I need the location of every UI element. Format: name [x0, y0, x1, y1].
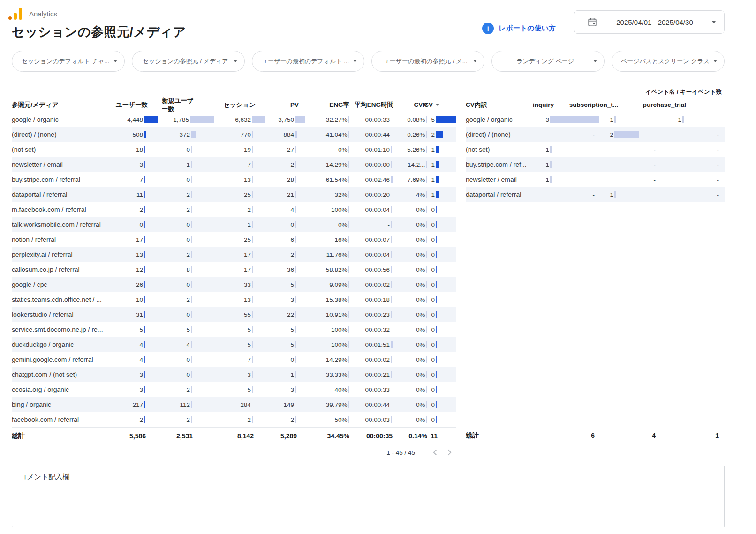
chevron-down-icon — [593, 60, 597, 62]
metric-bar-zone — [144, 176, 162, 183]
metric-cell: 112 — [162, 397, 214, 412]
metric-bar — [436, 191, 439, 198]
metric-value: 2 — [162, 386, 190, 393]
metric-value: 0 — [110, 221, 143, 228]
google-analytics-logo-icon — [8, 7, 25, 21]
cv-breakdown-table: イベント名 / キーイベント数 CV内訳inquirysubscription_… — [466, 98, 725, 444]
metric-cell: 50% — [305, 412, 349, 427]
filter-chip-5[interactable]: ランディング ページ — [491, 51, 605, 72]
metric-bar-zone — [436, 356, 456, 363]
chevron-down-icon — [353, 60, 357, 62]
metric-bar — [436, 146, 439, 153]
metric-value: 27 — [266, 146, 294, 153]
metric-value: 0 — [162, 311, 190, 318]
metric-cell: 0% — [393, 292, 427, 307]
metric-bar-zone — [295, 176, 305, 183]
metric-bar-zone — [295, 131, 305, 138]
metric-cell: 2 — [266, 412, 305, 427]
metric-bar — [191, 341, 192, 348]
metric-bar-zone — [436, 281, 456, 288]
metric-bar-zone — [252, 176, 266, 183]
metric-bar — [191, 146, 192, 153]
metric-bar — [191, 281, 192, 288]
date-range-picker[interactable]: 2025/04/01 - 2025/04/30 — [574, 10, 725, 34]
total-cell: 5,289 — [266, 428, 305, 444]
metric-bar-zone — [295, 401, 305, 408]
metric-cell: 2 — [162, 202, 214, 217]
metric-bar — [295, 221, 296, 228]
table-row: google / cpc2603359.09%00:00:020%0 — [12, 277, 456, 292]
column-header-3[interactable]: セッション — [214, 101, 266, 109]
dimension-label: google / cpc — [12, 281, 110, 288]
metric-bar-zone — [252, 341, 266, 348]
report-tables: 参照元/メディアユーザー数新規ユーザー数セッションPVENG率平均ENG時間CV… — [12, 98, 725, 461]
column-header-7[interactable]: CVR — [393, 101, 427, 108]
column-header-4[interactable]: PV — [266, 101, 305, 108]
filter-chip-label: ユーザーの最初の参照元 / メ... — [377, 57, 479, 66]
metric-cell: 00:00:00 — [349, 157, 393, 172]
metric-bar — [295, 326, 296, 333]
metric-value: 5.26% — [393, 146, 425, 153]
metric-value: 28 — [266, 176, 294, 183]
metric-value: 3 — [110, 371, 143, 378]
metric-bar-zone — [436, 176, 456, 183]
filter-chip-4[interactable]: ユーザーの最初の参照元 / メ... — [371, 51, 484, 72]
metric-cell: 0.26% — [393, 127, 427, 142]
table-row: m.facebook.com / referral2224100%00:00:0… — [12, 202, 456, 217]
metric-value: 13 — [110, 251, 143, 258]
metric-cell: 1 — [599, 187, 660, 202]
metric-value: 0.26% — [393, 131, 425, 138]
report-help-link[interactable]: レポートの使い方 — [499, 24, 556, 33]
column-header-6[interactable]: 平均ENG時間 — [349, 101, 393, 109]
comment-input-area[interactable]: コメント記入欄 — [12, 466, 725, 527]
column-header-dimension[interactable]: 参照元/メディア — [12, 101, 110, 109]
table-header-row: 参照元/メディアユーザー数新規ユーザー数セッションPVENG率平均ENG時間CV… — [12, 98, 456, 112]
filter-chip-2[interactable]: セッションの参照元 / メディア — [132, 51, 245, 72]
metric-value: 0 — [427, 416, 435, 423]
metric-cell: 1,785 — [162, 112, 214, 127]
null-value: - — [660, 176, 724, 183]
filter-chip-1[interactable]: セッションのデフォルト チャ... — [12, 51, 125, 72]
metric-cell: 16% — [305, 232, 349, 247]
prev-page-icon[interactable] — [429, 446, 441, 459]
metric-cell: - — [660, 187, 724, 202]
metric-bar — [436, 221, 437, 228]
metric-value: 0 — [427, 326, 435, 333]
filter-chip-3[interactable]: ユーザーの最初のデフォルト ... — [252, 51, 365, 72]
metric-value: 3 — [266, 386, 294, 393]
metric-bar — [391, 191, 391, 198]
metric-cell: 25 — [214, 232, 266, 247]
metric-bar-zone — [252, 371, 266, 378]
metric-value: 0 — [427, 401, 435, 408]
metric-cell: 0 — [427, 202, 456, 217]
metric-cell: 28 — [266, 172, 305, 187]
cv-table-caption: イベント名 / キーイベント数 — [645, 88, 722, 96]
column-header-3[interactable]: purchase_trial — [660, 101, 724, 108]
column-header-1[interactable]: ユーザー数 — [110, 101, 162, 109]
info-icon[interactable]: i — [482, 23, 494, 34]
column-header-dimension[interactable]: CV内訳 — [466, 101, 536, 109]
metric-cell: 100% — [305, 202, 349, 217]
column-header-8[interactable]: CV — [427, 101, 456, 108]
metric-value: 100% — [305, 341, 348, 348]
metric-value: 00:01:10 — [349, 146, 390, 153]
table-row: gemini.google.com / referral407014.29%00… — [12, 352, 456, 367]
metric-bar-zone — [295, 281, 305, 288]
metric-value: 0% — [305, 221, 348, 228]
header-bar: Analytics セッションの参照元/メディア i レポートの使い方 2025… — [12, 7, 725, 40]
filter-chip-6[interactable]: ページパスとスクリーン クラス — [612, 51, 725, 72]
column-header-2[interactable]: 新規ユーザー数 — [162, 97, 214, 113]
metric-value: 1 — [214, 221, 251, 228]
metric-value: 149 — [266, 401, 294, 408]
metric-value: 100% — [305, 326, 348, 333]
metric-cell: 3 — [214, 367, 266, 382]
metric-cell: - — [599, 172, 660, 187]
metric-cell: 00:00:44 — [349, 397, 393, 412]
next-page-icon[interactable] — [443, 446, 455, 459]
column-header-5[interactable]: ENG率 — [305, 101, 349, 109]
total-cell: 5,586 — [110, 428, 162, 444]
metric-bar — [144, 161, 145, 168]
metric-bar-zone — [191, 176, 214, 183]
null-value: - — [660, 131, 724, 138]
table-row: (direct) / (none)50837277088441.04%00:00… — [12, 127, 456, 142]
